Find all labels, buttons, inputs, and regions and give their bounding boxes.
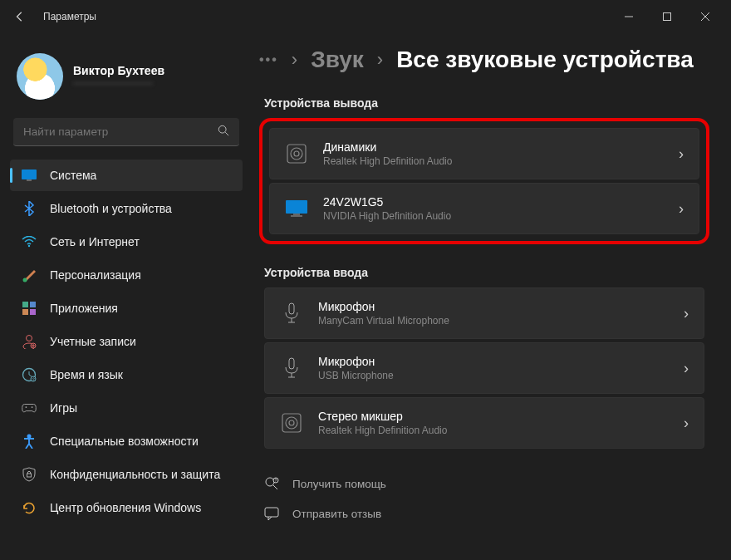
output-device-speakers[interactable]: Динамики Realtek High Definition Audio › (269, 128, 699, 179)
nav-label: Сеть и Интернет (50, 235, 140, 248)
shield-icon (22, 467, 37, 482)
bluetooth-icon (22, 201, 37, 216)
svg-point-24 (294, 151, 299, 156)
avatar (17, 53, 63, 100)
nav-label: Персонализация (50, 268, 141, 282)
microphone-icon (280, 356, 303, 380)
help-label: Получить помощь (292, 478, 386, 490)
window-controls (610, 3, 724, 30)
nav-item-privacy[interactable]: Конфиденциальность и защита (10, 459, 243, 490)
feedback-link[interactable]: Отправить отзыв (264, 499, 704, 528)
system-icon (22, 168, 37, 183)
svg-text:?: ? (275, 478, 277, 483)
close-button[interactable] (686, 3, 724, 30)
chevron-right-icon: › (679, 200, 684, 218)
nav-item-time[interactable]: 文 Время и язык (10, 359, 243, 391)
microphone-icon (280, 302, 303, 325)
svg-point-32 (289, 420, 294, 425)
speaker-icon (285, 142, 308, 165)
device-title: Динамики (323, 140, 664, 154)
device-subtitle: USB Microphone (318, 370, 669, 381)
svg-rect-1 (664, 13, 671, 21)
profile-block[interactable]: Виктор Бухтеев ———————— (7, 40, 246, 115)
nav-item-personalization[interactable]: Персонализация (10, 259, 243, 291)
chevron-right-icon: › (377, 49, 383, 71)
search-box[interactable] (13, 118, 239, 146)
breadcrumb-overflow[interactable]: ••• (259, 52, 278, 67)
nav-label: Специальные возможности (50, 435, 199, 448)
nav-item-accessibility[interactable]: Специальные возможности (10, 425, 243, 457)
svg-point-2 (218, 125, 226, 133)
nav-label: Система (50, 169, 96, 182)
profile-email: ———————— (73, 77, 164, 89)
nav-item-accounts[interactable]: Учетные записи (10, 326, 243, 357)
breadcrumb: ••• › Звук › Все звуковые устройства (259, 47, 709, 73)
breadcrumb-sound[interactable]: Звук (311, 47, 364, 73)
back-button[interactable] (7, 3, 33, 30)
svg-rect-4 (22, 169, 37, 179)
brush-icon (22, 268, 37, 282)
svg-rect-9 (30, 302, 36, 307)
device-subtitle: ManyCam Virtual Microphone (318, 315, 669, 327)
svg-point-20 (27, 435, 32, 439)
accessibility-icon (22, 434, 37, 449)
svg-rect-26 (293, 214, 300, 215)
input-device-mic-manycam[interactable]: Микрофон ManyCam Virtual Microphone › (264, 287, 704, 339)
titlebar: Параметры (0, 0, 731, 33)
nav-item-apps[interactable]: Приложения (10, 292, 243, 324)
nav-item-bluetooth[interactable]: Bluetooth и устройства (10, 193, 243, 224)
svg-point-18 (26, 406, 27, 408)
monitor-icon (285, 197, 308, 220)
nav-item-system[interactable]: Система (10, 160, 243, 191)
feedback-label: Отправить отзыв (292, 508, 381, 520)
wifi-icon (22, 234, 37, 249)
svg-point-19 (32, 406, 33, 408)
svg-point-31 (286, 417, 297, 429)
chevron-right-icon: › (679, 145, 684, 163)
input-device-stereo-mix[interactable]: Стерео микшер Realtek High Definition Au… (264, 397, 704, 449)
apps-icon (22, 301, 37, 316)
svg-text:文: 文 (32, 376, 36, 381)
svg-point-6 (28, 245, 30, 247)
maximize-button[interactable] (648, 3, 686, 30)
chevron-right-icon: › (684, 360, 689, 377)
help-icon: ? (264, 476, 279, 491)
device-title: Микрофон (318, 300, 669, 313)
svg-rect-10 (22, 309, 28, 315)
update-icon (22, 500, 37, 515)
nav-label: Игры (50, 401, 77, 415)
input-device-mic-usb[interactable]: Микрофон USB Microphone › (264, 342, 704, 394)
input-section-label: Устройства ввода (264, 266, 704, 279)
nav-item-network[interactable]: Сеть и Интернет (10, 226, 243, 258)
device-subtitle: Realtek High Definition Audio (323, 155, 664, 167)
chevron-right-icon: › (292, 49, 297, 71)
get-help-link[interactable]: ? Получить помощь (264, 469, 704, 499)
output-device-monitor[interactable]: 24V2W1G5 NVIDIA High Definition Audio › (269, 183, 699, 234)
device-subtitle: NVIDIA High Definition Audio (323, 210, 664, 222)
search-input[interactable] (23, 125, 218, 138)
chevron-right-icon: › (684, 305, 689, 322)
gamepad-icon (22, 400, 37, 415)
nav-item-update[interactable]: Центр обновления Windows (10, 492, 243, 523)
svg-point-33 (266, 478, 274, 486)
settings-window: Параметры Виктор Бухтеев ———————— (0, 0, 731, 560)
chevron-right-icon: › (684, 415, 689, 432)
nav-item-gaming[interactable]: Игры (10, 392, 243, 424)
nav-list: Система Bluetooth и устройства Сеть и Ин… (7, 158, 246, 525)
nav-label: Учетные записи (50, 335, 136, 348)
svg-rect-28 (289, 303, 294, 314)
speaker-icon (280, 411, 303, 435)
nav-label: Bluetooth и устройства (50, 202, 172, 215)
profile-name: Виктор Бухтеев (73, 64, 164, 77)
svg-rect-11 (30, 309, 36, 315)
svg-point-7 (23, 278, 27, 282)
feedback-icon (264, 506, 279, 521)
output-section-label: Устройства вывода (264, 96, 704, 110)
svg-rect-27 (291, 215, 302, 217)
content-pane: ••• › Звук › Все звуковые устройства Уст… (249, 33, 731, 560)
svg-rect-36 (265, 508, 278, 517)
svg-rect-21 (27, 474, 32, 477)
nav-label: Конфиденциальность и защита (50, 468, 220, 481)
breadcrumb-current: Все звуковые устройства (396, 47, 694, 73)
minimize-button[interactable] (610, 3, 648, 30)
